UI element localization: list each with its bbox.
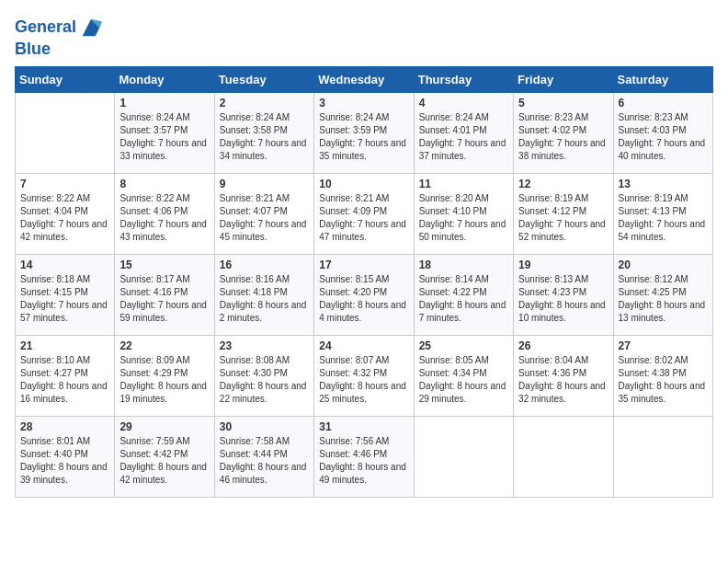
- day-info: Sunrise: 8:19 AMSunset: 4:12 PMDaylight:…: [518, 192, 608, 244]
- day-info: Sunrise: 8:17 AMSunset: 4:16 PMDaylight:…: [119, 273, 209, 325]
- day-info: Sunrise: 8:02 AMSunset: 4:38 PMDaylight:…: [619, 354, 708, 406]
- day-number: 16: [220, 259, 309, 271]
- header-row: SundayMondayTuesdayWednesdayThursdayFrid…: [16, 66, 713, 92]
- day-number: 7: [20, 178, 109, 190]
- day-info: Sunrise: 8:24 AMSunset: 3:59 PMDaylight:…: [319, 111, 408, 163]
- day-number: 19: [518, 259, 608, 271]
- day-info: Sunrise: 8:24 AMSunset: 3:58 PMDaylight:…: [220, 111, 309, 163]
- day-number: 1: [119, 97, 209, 109]
- day-info: Sunrise: 8:09 AMSunset: 4:29 PMDaylight:…: [119, 354, 209, 406]
- day-number: 21: [20, 339, 109, 352]
- day-info: Sunrise: 8:19 AMSunset: 4:13 PMDaylight:…: [619, 192, 708, 244]
- day-cell: 16Sunrise: 8:16 AMSunset: 4:18 PMDayligh…: [214, 254, 313, 335]
- day-cell: 12Sunrise: 8:19 AMSunset: 4:12 PMDayligh…: [514, 173, 613, 254]
- day-cell: 6Sunrise: 8:23 AMSunset: 4:03 PMDaylight…: [613, 92, 712, 173]
- day-info: Sunrise: 7:59 AMSunset: 4:42 PMDaylight:…: [119, 435, 209, 487]
- day-number: 20: [619, 259, 708, 271]
- header-cell-wednesday: Wednesday: [314, 66, 414, 92]
- day-info: Sunrise: 8:04 AMSunset: 4:36 PMDaylight:…: [518, 354, 608, 406]
- header-cell-sunday: Sunday: [16, 66, 115, 92]
- logo: General Blue: [15, 15, 104, 59]
- day-info: Sunrise: 8:12 AMSunset: 4:25 PMDaylight:…: [619, 273, 708, 325]
- day-number: 9: [220, 178, 309, 190]
- day-cell: 17Sunrise: 8:15 AMSunset: 4:20 PMDayligh…: [314, 254, 414, 335]
- day-number: 31: [319, 420, 408, 433]
- header-cell-friday: Friday: [514, 66, 613, 92]
- day-cell: 25Sunrise: 8:05 AMSunset: 4:34 PMDayligh…: [414, 335, 513, 416]
- day-number: 30: [220, 420, 309, 433]
- day-number: 11: [419, 178, 508, 190]
- day-info: Sunrise: 8:24 AMSunset: 3:57 PMDaylight:…: [119, 111, 209, 163]
- day-number: 26: [518, 339, 608, 352]
- week-row-3: 14Sunrise: 8:18 AMSunset: 4:15 PMDayligh…: [16, 254, 713, 335]
- header-cell-thursday: Thursday: [414, 66, 513, 92]
- day-number: 2: [220, 97, 309, 109]
- day-info: Sunrise: 8:10 AMSunset: 4:27 PMDaylight:…: [20, 354, 109, 406]
- day-number: 23: [220, 339, 309, 352]
- day-info: Sunrise: 8:21 AMSunset: 4:09 PMDaylight:…: [319, 192, 408, 244]
- day-cell: [613, 416, 712, 497]
- calendar-table: SundayMondayTuesdayWednesdayThursdayFrid…: [15, 66, 713, 498]
- day-cell: 10Sunrise: 8:21 AMSunset: 4:09 PMDayligh…: [314, 173, 414, 254]
- day-info: Sunrise: 8:01 AMSunset: 4:40 PMDaylight:…: [20, 435, 109, 487]
- week-row-2: 7Sunrise: 8:22 AMSunset: 4:04 PMDaylight…: [16, 173, 713, 254]
- day-number: 25: [419, 339, 508, 352]
- day-number: 12: [518, 178, 608, 190]
- day-info: Sunrise: 8:21 AMSunset: 4:07 PMDaylight:…: [220, 192, 309, 244]
- day-number: 27: [619, 339, 708, 352]
- logo-line2: Blue: [15, 40, 104, 59]
- day-number: 4: [419, 97, 508, 109]
- day-info: Sunrise: 8:14 AMSunset: 4:22 PMDaylight:…: [419, 273, 508, 325]
- day-info: Sunrise: 8:20 AMSunset: 4:10 PMDaylight:…: [419, 192, 508, 244]
- day-cell: 2Sunrise: 8:24 AMSunset: 3:58 PMDaylight…: [214, 92, 313, 173]
- day-number: 22: [119, 339, 209, 352]
- day-cell: 26Sunrise: 8:04 AMSunset: 4:36 PMDayligh…: [514, 335, 613, 416]
- day-number: 13: [619, 178, 708, 190]
- logo-text: General: [15, 18, 76, 37]
- day-cell: 5Sunrise: 8:23 AMSunset: 4:02 PMDaylight…: [514, 92, 613, 173]
- day-info: Sunrise: 8:23 AMSunset: 4:02 PMDaylight:…: [518, 111, 608, 163]
- day-number: 24: [319, 339, 408, 352]
- day-number: 18: [419, 259, 508, 271]
- day-info: Sunrise: 8:22 AMSunset: 4:06 PMDaylight:…: [119, 192, 209, 244]
- day-cell: 1Sunrise: 8:24 AMSunset: 3:57 PMDaylight…: [115, 92, 214, 173]
- day-info: Sunrise: 8:22 AMSunset: 4:04 PMDaylight:…: [20, 192, 109, 244]
- day-cell: [514, 416, 613, 497]
- day-cell: 19Sunrise: 8:13 AMSunset: 4:23 PMDayligh…: [514, 254, 613, 335]
- day-cell: [414, 416, 513, 497]
- day-cell: 31Sunrise: 7:56 AMSunset: 4:46 PMDayligh…: [314, 416, 414, 497]
- week-row-4: 21Sunrise: 8:10 AMSunset: 4:27 PMDayligh…: [16, 335, 713, 416]
- day-number: 5: [518, 97, 608, 109]
- day-cell: 14Sunrise: 8:18 AMSunset: 4:15 PMDayligh…: [16, 254, 115, 335]
- day-cell: 7Sunrise: 8:22 AMSunset: 4:04 PMDaylight…: [16, 173, 115, 254]
- day-number: 29: [119, 420, 209, 433]
- day-cell: 20Sunrise: 8:12 AMSunset: 4:25 PMDayligh…: [613, 254, 712, 335]
- day-number: 14: [20, 259, 109, 271]
- day-cell: 29Sunrise: 7:59 AMSunset: 4:42 PMDayligh…: [115, 416, 214, 497]
- day-number: 3: [319, 97, 408, 109]
- header-cell-monday: Monday: [115, 66, 214, 92]
- day-cell: 3Sunrise: 8:24 AMSunset: 3:59 PMDaylight…: [314, 92, 414, 173]
- day-cell: 21Sunrise: 8:10 AMSunset: 4:27 PMDayligh…: [16, 335, 115, 416]
- header: General Blue: [15, 15, 713, 59]
- day-cell: 11Sunrise: 8:20 AMSunset: 4:10 PMDayligh…: [414, 173, 513, 254]
- day-info: Sunrise: 8:08 AMSunset: 4:30 PMDaylight:…: [220, 354, 309, 406]
- header-cell-saturday: Saturday: [613, 66, 712, 92]
- day-cell: 24Sunrise: 8:07 AMSunset: 4:32 PMDayligh…: [314, 335, 414, 416]
- day-cell: 27Sunrise: 8:02 AMSunset: 4:38 PMDayligh…: [613, 335, 712, 416]
- day-number: 28: [20, 420, 109, 433]
- day-number: 8: [119, 178, 209, 190]
- day-cell: 9Sunrise: 8:21 AMSunset: 4:07 PMDaylight…: [214, 173, 313, 254]
- day-info: Sunrise: 8:05 AMSunset: 4:34 PMDaylight:…: [419, 354, 508, 406]
- day-number: 10: [319, 178, 408, 190]
- day-number: 15: [119, 259, 209, 271]
- logo-icon: [78, 15, 104, 40]
- day-info: Sunrise: 7:56 AMSunset: 4:46 PMDaylight:…: [319, 435, 408, 487]
- day-cell: 30Sunrise: 7:58 AMSunset: 4:44 PMDayligh…: [214, 416, 313, 497]
- day-cell: 15Sunrise: 8:17 AMSunset: 4:16 PMDayligh…: [115, 254, 214, 335]
- day-info: Sunrise: 7:58 AMSunset: 4:44 PMDaylight:…: [220, 435, 309, 487]
- day-info: Sunrise: 8:18 AMSunset: 4:15 PMDaylight:…: [20, 273, 109, 325]
- day-cell: 23Sunrise: 8:08 AMSunset: 4:30 PMDayligh…: [214, 335, 313, 416]
- week-row-5: 28Sunrise: 8:01 AMSunset: 4:40 PMDayligh…: [16, 416, 713, 497]
- day-info: Sunrise: 8:15 AMSunset: 4:20 PMDaylight:…: [319, 273, 408, 325]
